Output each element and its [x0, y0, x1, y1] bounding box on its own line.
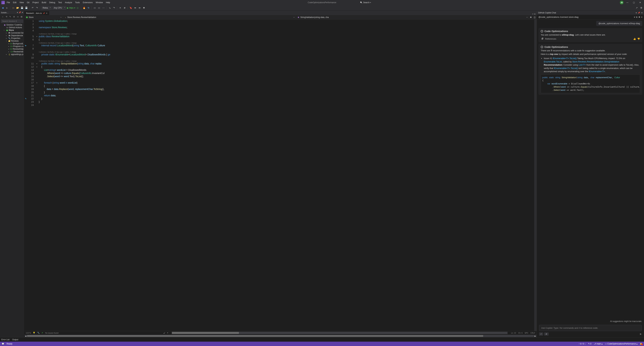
horizontal-scrollbar[interactable] — [172, 332, 508, 334]
minimize-button[interactable]: — — [625, 1, 630, 4]
home-icon[interactable]: ⌂ — [1, 15, 4, 18]
nav-method[interactable]: ◉StringValidation(string data, cha — [296, 15, 529, 19]
sync-icon[interactable]: ⟲ — [5, 15, 8, 18]
nav-class[interactable]: ⬨Store.Reviews.ReviewValidation — [63, 15, 296, 19]
tb-icon-3[interactable]: ⋯ — [102, 6, 105, 9]
menu-git[interactable]: Git — [26, 1, 31, 4]
chevron-down-icon[interactable]: ▾ — [634, 16, 635, 18]
tree-item[interactable]: ▿▣Store — [0, 29, 24, 31]
properties-icon[interactable]: ▤ — [20, 15, 23, 18]
tree-item[interactable]: ▣Solution 'CodeOp — [0, 23, 24, 26]
api-link[interactable]: IEnumerable<T> — [588, 70, 605, 73]
save-icon[interactable]: 💾 — [20, 6, 24, 9]
thumbs-down-icon[interactable]: 👎 — [637, 37, 640, 40]
bookmark-prev-icon[interactable]: ⬅ — [134, 6, 137, 9]
copilot-input[interactable]: Ask Copilot: Type / for commands and # t… — [539, 325, 642, 331]
undo-icon[interactable]: ↶ — [31, 6, 34, 9]
step-over-icon[interactable]: ↷ — [112, 6, 116, 9]
api-link[interactable]: IEnumerable<T>.ToList() — [554, 67, 578, 69]
api-link[interactable]: IEnumerable<T>.ToList() — [553, 57, 577, 59]
tb-icon-1[interactable]: ▭ — [93, 6, 96, 9]
search-box[interactable]: Search ▾ — [359, 1, 372, 4]
split-icon[interactable]: ✚ — [529, 16, 533, 18]
tree-item[interactable]: ⊙GitHub Actions — [0, 26, 24, 29]
tree-item[interactable]: ▸⬒Dependencie — [0, 34, 24, 37]
comment-icon[interactable]: ≡ — [118, 6, 122, 9]
platform-dropdown[interactable]: Any CPU — [52, 6, 66, 9]
nav-back-icon[interactable]: ◀ — [1, 6, 4, 9]
nav-fwd-icon[interactable]: ▶ — [5, 6, 9, 9]
tree-item[interactable]: ▸{}appsettings.js — [0, 53, 24, 56]
api-link[interactable]: Enumerable.ToList — [544, 60, 562, 63]
pin-icon[interactable]: 📌 — [19, 11, 21, 13]
open-icon[interactable]: 📂 — [16, 6, 19, 9]
chevron-down-icon[interactable]: ▾ — [17, 11, 18, 13]
tab-reviewvalidation[interactable]: ReviewV…tion.cs 📌 ✕ — [24, 11, 49, 15]
uncomment-icon[interactable]: ≢ — [123, 6, 126, 9]
tb-icon-2[interactable]: ▭ — [97, 6, 101, 9]
tree-item[interactable]: ▸🔧Properties — [0, 37, 24, 40]
tab-output[interactable]: Output — [12, 339, 18, 341]
collapse-icon[interactable]: ⊟ — [12, 15, 16, 18]
close-icon[interactable]: ✕ — [46, 12, 48, 14]
menu-debug[interactable]: Debug — [48, 1, 56, 4]
tree-item[interactable]: ▸C#ReviewVali — [0, 50, 24, 53]
list-icon[interactable]: ≡ — [641, 16, 642, 18]
chevron-down-icon[interactable]: ▾ — [636, 12, 637, 14]
code-content[interactable]: using System.Globalization;namespace Sto… — [38, 19, 534, 331]
editor-bottom-scroll[interactable]: ◀ ▶ — [24, 335, 536, 337]
show-all-icon[interactable]: ▭ — [16, 15, 20, 18]
nav-project[interactable]: ▣Store — [24, 15, 63, 19]
zoom-level[interactable]: 119 % — [26, 332, 31, 334]
send-icon[interactable]: ➤ — [640, 333, 642, 336]
thumbs-up-icon[interactable]: 👍 — [633, 37, 636, 40]
feedback-icon[interactable]: ⚙ — [640, 6, 643, 9]
start-debug-button[interactable]: ▶ https ▾ — [67, 7, 75, 9]
menu-build[interactable]: Build — [40, 1, 48, 4]
api-link[interactable]: List<T> — [578, 64, 586, 66]
hash-reference-chip[interactable]: # — [544, 333, 549, 336]
step-into-icon[interactable]: ↘ — [108, 6, 111, 9]
repo-name[interactable]: ▭ CodeOptimizationsPerformance ▴ — [605, 343, 638, 345]
location-link[interactable]: Store.Reviews.ReviewValidation.StringVal… — [572, 60, 619, 63]
tree-item[interactable]: ▸C#Program.cs — [0, 45, 24, 48]
user-avatar[interactable]: JD — [620, 1, 624, 4]
menu-tools[interactable]: Tools — [74, 1, 81, 4]
vscroll[interactable] — [534, 19, 536, 331]
close-icon[interactable]: ✕ — [22, 11, 23, 13]
references-row[interactable]: 🗐 References 👍 👎 — [541, 37, 640, 40]
lightbulb-icon[interactable]: 💡 — [33, 332, 35, 334]
branch-indicator[interactable]: ⎇ main ▴ — [594, 343, 603, 345]
pin-icon[interactable]: 📌 — [638, 12, 640, 14]
notifications-icon[interactable]: 🔔1 — [640, 343, 642, 345]
start-nodbg-icon[interactable]: ▷ — [76, 6, 80, 9]
menu-extensions[interactable]: Extensions — [82, 1, 94, 4]
config-dropdown[interactable]: Relea — [42, 6, 52, 9]
rebuild-icon[interactable]: ↻ — [87, 6, 90, 9]
menu-project[interactable]: Project — [31, 1, 40, 4]
menu-test[interactable]: Test — [57, 1, 63, 4]
new-thread-icon[interactable]: ✚ — [638, 16, 640, 18]
menu-file[interactable]: File — [5, 1, 11, 4]
tree-item[interactable]: ▿📁Reviews — [0, 40, 24, 42]
chevron-down-icon[interactable]: ▾ — [532, 13, 533, 15]
code-editor[interactable]: I▸✎ 123456789101112131415161718192021222… — [24, 19, 536, 331]
menu-window[interactable]: Window — [94, 1, 104, 4]
menu-view[interactable]: View — [18, 1, 25, 4]
redo-icon[interactable]: ↷ — [35, 6, 38, 9]
pencil-icon[interactable]: ✎ 0 — [588, 343, 592, 345]
bookmark-clear-icon[interactable]: ✖ — [142, 6, 146, 9]
bookmark-icon[interactable]: 🔖 — [129, 6, 132, 9]
slash-command-chip[interactable]: / — [539, 333, 543, 336]
popout-icon[interactable]: ⧉ — [636, 16, 638, 18]
hot-reload-icon[interactable]: 🔥 — [82, 6, 86, 9]
brush-icon[interactable]: 🖌 — [163, 332, 165, 334]
bookmark-next-icon[interactable]: ➡ — [138, 6, 141, 9]
tree-item[interactable]: ▸C#ReviewHelp — [0, 48, 24, 50]
add-button-icon[interactable]: ⊞ — [534, 13, 536, 15]
tab-error-list[interactable]: Error List — [1, 339, 10, 341]
brush-icon[interactable]: ✎ — [8, 15, 12, 18]
solution-search-input[interactable] — [1, 19, 23, 23]
menu-analyze[interactable]: Analyze — [64, 1, 74, 4]
menu-help[interactable]: Help — [104, 1, 112, 4]
